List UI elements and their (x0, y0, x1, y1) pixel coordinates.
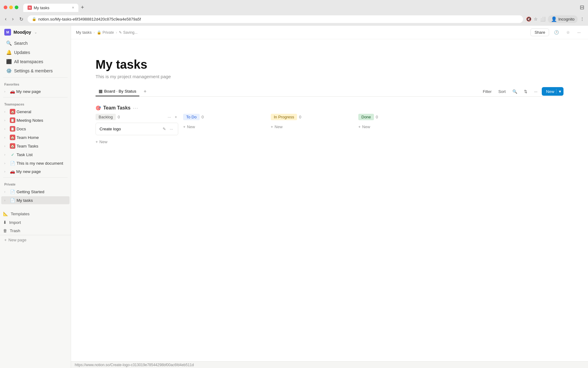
share-button[interactable]: Share (530, 29, 549, 36)
sidebar-item-search[interactable]: 🔍 Search (2, 39, 69, 48)
sidebar-item-my-tasks[interactable]: › 📄 My tasks (1, 196, 70, 204)
new-tab-button[interactable]: + (78, 3, 87, 12)
new-button-container: New ▾ (542, 87, 564, 96)
sidebar-item-team-tasks[interactable]: › 🏠 Team Tasks (1, 142, 70, 150)
sidebar-divider-3 (3, 177, 68, 178)
backlog-add-btn[interactable]: + (173, 114, 178, 120)
new-button[interactable]: New ▾ (542, 87, 564, 96)
board-column-backlog: Backlog 0 ··· + Create logo ✎ ··· (96, 114, 178, 146)
dot-yellow[interactable] (9, 6, 13, 9)
board-group-header: 🎯 Team Tasks ··· (96, 103, 564, 114)
status-bar: https://www.notion.so/Create-logo-c31301… (71, 361, 588, 368)
card-create-logo[interactable]: Create logo ✎ ··· (96, 123, 178, 135)
add-view-button[interactable]: + (142, 87, 148, 96)
docs-label: Docs (17, 127, 26, 131)
sidebar-item-updates[interactable]: 🔔 Updates (2, 48, 69, 57)
browser-addressbar: ‹ › ↻ 🔒 notion.so/My-tasks-e6f34988812d4… (0, 12, 588, 26)
team-home-icon: 🏠 (10, 135, 15, 140)
incognito-badge: 👤 Incognito (548, 15, 578, 23)
sidebar-item-my-new-page2[interactable]: › 🚗 My new page (1, 168, 70, 175)
column-header-inprogress: In Progress 0 (271, 114, 353, 120)
sidebar: M Moodjoy ⌄ 🔍 Search 🔔 Updates ⬛ All tea… (0, 26, 71, 368)
sidebar-item-all-teamspaces[interactable]: ⬛ All teamspaces (2, 57, 69, 66)
group-toolbar-btn[interactable]: ⇅ (522, 88, 530, 95)
general-icon: 🏠 (10, 109, 15, 114)
lock-icon: 🔒 (32, 17, 36, 21)
sidebar-item-docs[interactable]: › 📋 Docs (1, 125, 70, 133)
sidebar-item-settings[interactable]: ⚙️ Settings & members (2, 67, 69, 75)
filter-button[interactable]: Filter (480, 88, 494, 95)
sidebar-item-meeting-notes[interactable]: › 📋 Meeting Notes (1, 116, 70, 124)
sidebar-item-new-document[interactable]: › 📄 This is my new document (1, 159, 70, 167)
browser-minimize[interactable]: ⊟ (580, 4, 584, 11)
my-new-page2-icon: 🚗 (10, 169, 15, 174)
more-toolbar-btn[interactable]: ··· (532, 88, 540, 95)
split-view-btn[interactable]: ⬜ (540, 17, 545, 21)
card-title-create-logo: Create logo (100, 127, 121, 131)
chevron-icon: › (4, 110, 9, 113)
sidebar-item-import[interactable]: ⬇ Import (0, 218, 71, 227)
card-more-btn[interactable]: ··· (168, 126, 174, 132)
browser-tab-active[interactable]: N My tasks × (23, 4, 78, 12)
add-plus-icon: + (96, 140, 98, 144)
nav-refresh-button[interactable]: ↻ (18, 16, 24, 23)
star-btn[interactable]: ☆ (534, 17, 538, 21)
browser-menu-btn[interactable]: ⋮ (580, 17, 584, 21)
nav-back-button[interactable]: ‹ (4, 16, 8, 22)
done-add-new[interactable]: + New (358, 123, 441, 131)
search-toolbar-btn[interactable]: 🔍 (510, 88, 520, 95)
sidebar-item-trash[interactable]: 🗑 Trash (0, 227, 71, 235)
sidebar-item-templates[interactable]: 📐 Templates (0, 209, 71, 218)
board-icon: ▦ (99, 89, 103, 94)
backlog-add-new[interactable]: + New (96, 138, 178, 146)
dot-red[interactable] (4, 6, 7, 9)
chevron-icon: › (4, 199, 9, 202)
sidebar-item-getting-started[interactable]: › 📄 Getting Started (1, 188, 70, 196)
board-column-todo: To Do 0 + New (183, 114, 266, 146)
updates-header-btn[interactable]: 🕐 (552, 29, 561, 36)
new-btn-dropdown-arrow[interactable]: ▾ (556, 89, 564, 94)
sidebar-item-task-list[interactable]: › ✓ Task List (1, 151, 70, 159)
card-edit-btn[interactable]: ✎ (161, 126, 167, 132)
add-plus-icon-todo: + (183, 125, 186, 129)
inprogress-add-new[interactable]: + New (271, 123, 353, 131)
templates-label: Templates (11, 212, 30, 216)
group-options-button[interactable]: ··· (133, 105, 138, 110)
teamspaces-icon: ⬛ (6, 59, 12, 64)
team-tasks-icon: 🏠 (10, 143, 15, 149)
add-new-label: New (100, 140, 107, 144)
my-tasks-label: My tasks (17, 198, 33, 203)
sidebar-divider-1 (3, 77, 68, 78)
toolbar-right: Filter Sort 🔍 ⇅ ··· New ▾ (480, 87, 564, 96)
add-plus-icon-done: + (358, 125, 361, 129)
page-title: My tasks (96, 58, 564, 71)
address-bar[interactable]: 🔒 notion.so/My-tasks-e6f34988812d420c875… (28, 15, 523, 23)
new-document-icon: 📄 (10, 160, 15, 166)
address-url: notion.so/My-tasks-e6f34988812d420c875c9… (38, 17, 141, 21)
getting-started-label: Getting Started (17, 190, 44, 194)
sidebar-item-general[interactable]: › 🏠 General (1, 108, 70, 116)
trash-icon: 🗑 (3, 228, 7, 233)
nav-forward-button[interactable]: › (11, 16, 15, 22)
dot-green[interactable] (15, 6, 18, 9)
favorite-btn[interactable]: ☆ (564, 29, 572, 36)
sidebar-item-team-home[interactable]: › 🏠 Team Home (1, 133, 70, 141)
extension-btn[interactable]: 🔇 (526, 17, 531, 21)
new-btn-label: New (546, 89, 556, 94)
chevron-icon: › (4, 119, 9, 122)
sort-button[interactable]: Sort (496, 88, 508, 95)
add-new-label-done: New (362, 125, 370, 129)
tab-close-button[interactable]: × (72, 6, 74, 10)
backlog-options-btn[interactable]: ··· (167, 114, 172, 120)
new-page-button[interactable]: + New page (0, 235, 71, 245)
board-container: Backlog 0 ··· + Create logo ✎ ··· (96, 114, 564, 146)
sidebar-item-my-new-page[interactable]: › 🚗 My new page (1, 88, 70, 95)
group-title: Team Tasks (103, 105, 130, 111)
task-list-icon: ✓ (10, 152, 15, 157)
todo-add-new[interactable]: + New (183, 123, 266, 131)
tab-board-by-status[interactable]: ▦ Board · By Status (96, 86, 139, 96)
general-label: General (17, 109, 31, 114)
workspace-chevron: ⌄ (34, 30, 37, 34)
workspace-header[interactable]: M Moodjoy ⌄ (0, 26, 71, 39)
more-options-btn[interactable]: ··· (575, 29, 583, 36)
